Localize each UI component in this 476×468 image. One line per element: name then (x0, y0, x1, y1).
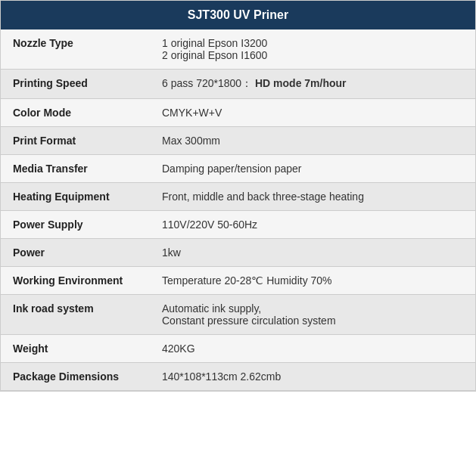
spec-value: 420KG (150, 335, 475, 363)
spec-label: Ink road system (1, 295, 150, 335)
table-row: Heating EquipmentFront, middle and back … (1, 183, 475, 211)
spec-label: Power (1, 239, 150, 267)
spec-label: Nozzle Type (1, 29, 150, 70)
table-title: SJT300 UV Priner (1, 1, 475, 29)
spec-label: Media Transfer (1, 155, 150, 183)
table-row: Power1kw (1, 239, 475, 267)
table-row: Weight420KG (1, 335, 475, 363)
table-row: Package Dimensions140*108*113cm 2.62cmb (1, 363, 475, 391)
spec-value: Automatic ink supply,Constant pressure c… (150, 295, 475, 335)
spec-label: Printing Speed (1, 70, 150, 99)
spec-label: Print Format (1, 127, 150, 155)
spec-value: CMYK+W+V (150, 99, 475, 127)
spec-value: Front, middle and back three-stage heati… (150, 183, 475, 211)
spec-label: Power Supply (1, 211, 150, 239)
table-row: Nozzle Type1 original Epson I32002 origi… (1, 29, 475, 70)
spec-label: Color Mode (1, 99, 150, 127)
spec-label: Weight (1, 335, 150, 363)
table-row: Ink road systemAutomatic ink supply,Cons… (1, 295, 475, 335)
spec-label: Package Dimensions (1, 363, 150, 391)
table-row: Power Supply110V/220V 50-60Hz (1, 211, 475, 239)
spec-value: Temperature 20-28℃ Humidity 70% (150, 267, 475, 295)
table-row: Print FormatMax 300mm (1, 127, 475, 155)
spec-value: 140*108*113cm 2.62cmb (150, 363, 475, 391)
spec-value: 6 pass 720*1800： HD mode 7m/hour (150, 70, 475, 99)
spec-label: Heating Equipment (1, 183, 150, 211)
spec-value: 1 original Epson I32002 original Epson I… (150, 29, 475, 70)
spec-value: 110V/220V 50-60Hz (150, 211, 475, 239)
table-row: Media TransferDamping paper/tension pape… (1, 155, 475, 183)
spec-table-body: Nozzle Type1 original Epson I32002 origi… (1, 29, 475, 391)
table-row: Printing Speed6 pass 720*1800： HD mode 7… (1, 70, 475, 99)
table-row: Working EnvironmentTemperature 20-28℃ Hu… (1, 267, 475, 295)
table-row: Color ModeCMYK+W+V (1, 99, 475, 127)
spec-value: Damping paper/tension paper (150, 155, 475, 183)
spec-label: Working Environment (1, 267, 150, 295)
spec-table: SJT300 UV Priner Nozzle Type1 original E… (0, 0, 476, 392)
spec-value: Max 300mm (150, 127, 475, 155)
spec-value: 1kw (150, 239, 475, 267)
